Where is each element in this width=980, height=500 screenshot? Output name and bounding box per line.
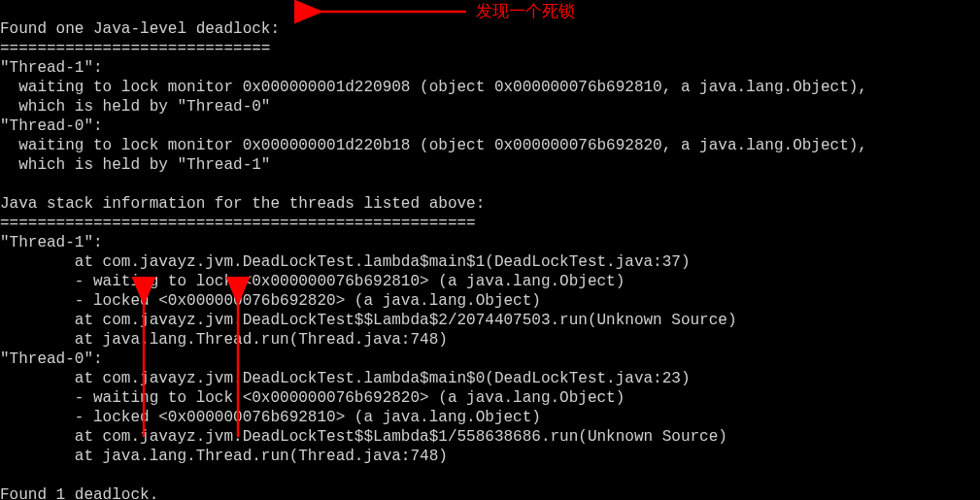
line-separator: ============================= — [0, 40, 270, 57]
line-thread0-frame2: at java.lang.Thread.run(Thread.java:748) — [0, 448, 448, 465]
line-thread0-frame1: at com.javayz.jvm.DeadLockTest$$Lambda$1… — [0, 428, 727, 446]
line-thread1-frame0: at com.javayz.jvm.DeadLockTest.lambda$ma… — [0, 253, 691, 271]
line-thread0-heldby: which is held by "Thread-1" — [0, 156, 270, 174]
line-thread1-waitlock: - waiting to lock <0x000000076b692810> (… — [0, 273, 625, 290]
annotation-label: 发现一个死锁 — [476, 2, 575, 21]
line-thread1-heldby: which is held by "Thread-0" — [0, 98, 270, 116]
line-thread0-waitlock: - waiting to lock <0x000000076b692820> (… — [0, 389, 625, 407]
line-deadlock-found: Found one Java-level deadlock: — [0, 20, 280, 38]
terminal-output: Found one Java-level deadlock: =========… — [0, 0, 867, 500]
line-thread0-frame0: at com.javayz.jvm.DeadLockTest.lambda$ma… — [0, 370, 691, 387]
line-thread1-wait: waiting to lock monitor 0x000000001d2209… — [0, 79, 867, 96]
line-thread1-stack-header: "Thread-1": — [0, 234, 103, 251]
line-thread1-frame1: at com.javayz.jvm.DeadLockTest$$Lambda$2… — [0, 312, 737, 329]
line-thread1-locked: - locked <0x000000076b692820> (a java.la… — [0, 292, 541, 310]
line-thread0-header: "Thread-0": — [0, 117, 103, 135]
line-thread0-locked: - locked <0x000000076b692810> (a java.la… — [0, 409, 541, 426]
line-thread0-stack-header: "Thread-0": — [0, 350, 103, 368]
line-thread0-wait: waiting to lock monitor 0x000000001d220b… — [0, 137, 867, 154]
line-thread1-header: "Thread-1": — [0, 59, 103, 77]
line-found-count: Found 1 deadlock. — [0, 486, 158, 500]
line-separator2: ========================================… — [0, 215, 476, 232]
line-stack-header: Java stack information for the threads l… — [0, 195, 485, 213]
line-thread1-frame2: at java.lang.Thread.run(Thread.java:748) — [0, 331, 448, 349]
